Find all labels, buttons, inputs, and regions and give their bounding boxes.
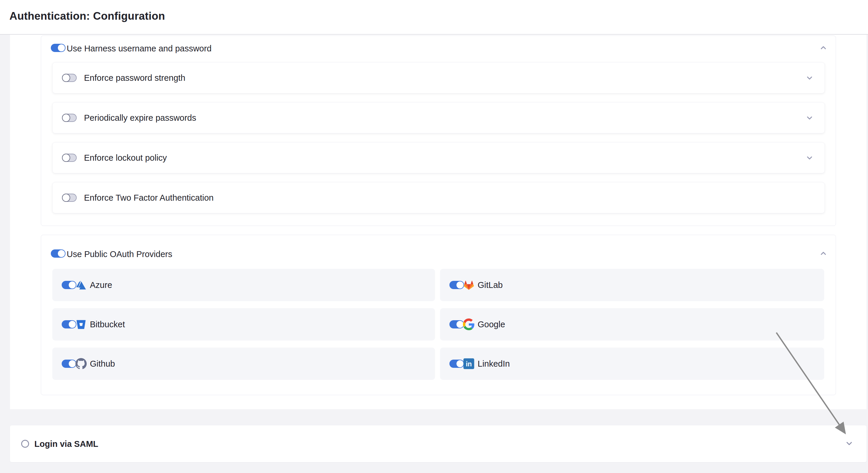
auth-settings-panel: Use Harness username and password Enforc… <box>10 35 867 409</box>
provider-label: Google <box>477 320 505 329</box>
policy-label: Enforce password strength <box>84 73 185 83</box>
toggle-knob <box>62 154 70 162</box>
toggle-knob <box>62 114 70 122</box>
provider-card-azure: Azure <box>52 269 435 301</box>
linkedin-toggle[interactable] <box>450 359 464 368</box>
policy-label: Periodically expire passwords <box>84 113 196 123</box>
gitlab-icon <box>463 279 475 291</box>
saml-radio-button[interactable] <box>21 440 29 448</box>
policy-row-two-factor-auth[interactable]: Enforce Two Factor Authentication <box>52 182 825 213</box>
gitlab-toggle[interactable] <box>450 281 464 289</box>
toggle-knob <box>69 321 76 328</box>
oauth-providers-toggle[interactable] <box>51 249 65 258</box>
provider-card-google: Google <box>440 308 824 341</box>
linkedin-icon: in <box>463 358 475 370</box>
azure-icon <box>75 279 87 291</box>
provider-label: Bitbucket <box>90 320 125 329</box>
azure-toggle[interactable] <box>62 281 76 289</box>
password-strength-toggle[interactable] <box>62 74 77 82</box>
harness-password-label: Use Harness username and password <box>67 44 212 54</box>
provider-label: Github <box>90 359 115 369</box>
toggle-knob <box>58 250 65 257</box>
provider-label: GitLab <box>477 280 503 290</box>
provider-card-github: Github <box>52 348 435 380</box>
provider-label: Azure <box>90 280 112 290</box>
github-icon <box>75 358 87 370</box>
provider-card-bitbucket: Bitbucket <box>52 308 435 341</box>
toggle-knob <box>62 74 70 82</box>
provider-card-linkedin: in LinkedIn <box>440 348 824 380</box>
saml-expand-chevron-down-icon[interactable] <box>845 439 853 447</box>
toggle-knob <box>457 360 464 367</box>
saml-label: Login via SAML <box>34 439 98 449</box>
toggle-knob <box>62 194 70 202</box>
toggle-knob <box>69 360 76 367</box>
harness-password-section: Use Harness username and password Enforc… <box>41 36 836 226</box>
saml-login-section[interactable]: Login via SAML <box>10 425 867 462</box>
oauth-section-collapse-chevron-up-icon[interactable] <box>819 249 828 258</box>
toggle-knob <box>457 281 464 288</box>
toggle-knob <box>58 44 65 52</box>
policy-row-password-strength[interactable]: Enforce password strength <box>52 62 825 93</box>
provider-label: LinkedIn <box>477 359 510 369</box>
lockout-policy-toggle[interactable] <box>62 154 77 162</box>
policy-row-lockout-policy[interactable]: Enforce lockout policy <box>52 142 825 174</box>
provider-card-gitlab: GitLab <box>440 269 824 301</box>
harness-section-collapse-chevron-up-icon[interactable] <box>819 44 828 52</box>
google-toggle[interactable] <box>450 320 464 328</box>
chevron-down-icon[interactable] <box>805 114 814 122</box>
bitbucket-icon <box>75 318 87 330</box>
google-icon <box>463 318 475 330</box>
oauth-providers-label: Use Public OAuth Providers <box>67 249 172 259</box>
github-toggle[interactable] <box>62 359 76 368</box>
policy-row-expire-passwords[interactable]: Periodically expire passwords <box>52 102 825 133</box>
toggle-knob <box>457 321 464 328</box>
two-factor-auth-toggle[interactable] <box>62 194 77 202</box>
policy-label: Enforce lockout policy <box>84 153 167 163</box>
page-header: Authentication: Configuration <box>0 0 868 35</box>
page-title: Authentication: Configuration <box>9 10 165 22</box>
chevron-down-icon[interactable] <box>805 154 814 162</box>
toggle-knob <box>69 281 76 288</box>
policy-label: Enforce Two Factor Authentication <box>84 193 214 203</box>
expire-passwords-toggle[interactable] <box>62 114 77 122</box>
bitbucket-toggle[interactable] <box>62 320 76 328</box>
svg-text:in: in <box>466 360 472 368</box>
oauth-providers-section: Use Public OAuth Providers Azure <box>41 235 836 395</box>
chevron-down-icon[interactable] <box>805 74 814 82</box>
harness-password-toggle[interactable] <box>51 44 65 52</box>
